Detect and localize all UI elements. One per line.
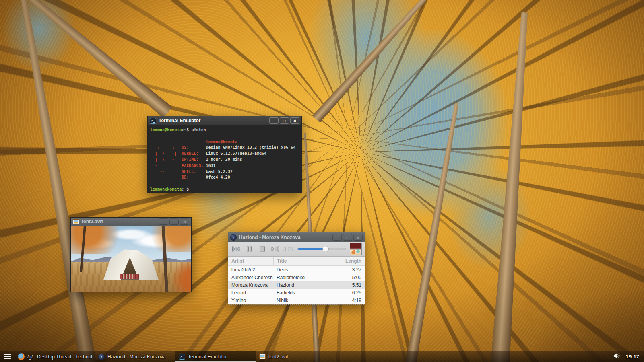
minimize-button[interactable]: –	[159, 218, 168, 225]
seek-handle[interactable]	[322, 246, 329, 252]
task-label: Terminal Emulator	[188, 354, 227, 360]
tree-trunk	[15, 0, 97, 362]
task-label: Haziond - Moroza Knozova	[107, 354, 166, 360]
tent-photo	[71, 226, 191, 292]
hamburger-icon	[4, 354, 11, 355]
taskbar: /g/ - Desktop Thread - Technol...♪Hazion…	[0, 351, 644, 362]
task-label: tent2.avif	[268, 354, 288, 360]
photo-tent-bedding	[120, 274, 140, 279]
track-length: 4:19	[343, 298, 365, 303]
track-title: Radiomoloko	[273, 275, 343, 280]
playlist: lama2b2c2Deus3:27Alexander Cheresh…Radio…	[228, 266, 365, 305]
player-controls: 3:21	[228, 242, 365, 257]
track-artist: Alexander Cheresh…	[228, 275, 273, 280]
track-title: Haziond	[273, 282, 343, 288]
close-button[interactable]: ×	[353, 234, 363, 241]
shell-prompt: lemmon@kometa:~$ ufetch	[150, 127, 299, 133]
task-list: /g/ - Desktop Thread - Technol...♪Hazion…	[14, 351, 336, 362]
tree-trunk	[404, 102, 462, 362]
task-label: /g/ - Desktop Thread - Technol...	[27, 354, 92, 360]
volume-icon[interactable]	[613, 353, 620, 360]
track-title: Farfields	[273, 290, 343, 296]
track-artist: Yimino	[228, 298, 273, 303]
task-button-haziond-moroza-knozova[interactable]: ♪Haziond - Moroza Knozova	[95, 351, 175, 362]
fetch-line: / __ \ OS: Debian GNU/Linux 13.2 (trixie…	[150, 145, 299, 151]
terminal-title: Terminal Emulator	[159, 118, 267, 123]
clock[interactable]: 19:17	[626, 354, 639, 360]
fetch-line: _____ lemmon@kometa	[150, 139, 299, 145]
track-length: 5:51	[343, 282, 365, 288]
track-artist: lama2b2c2	[228, 267, 273, 273]
track-row[interactable]: Alexander Cheresh…Radiomoloko5:00	[228, 274, 365, 281]
music-player-window: ♪ Haziond - Moroza Knozova – □ ×	[228, 232, 365, 304]
column-header-title[interactable]: Title	[273, 257, 343, 265]
close-button[interactable]: ×	[290, 117, 299, 124]
firefox-icon	[18, 353, 25, 360]
next-button[interactable]	[270, 245, 280, 253]
track-row[interactable]: LeniadFarfields6:25	[228, 289, 365, 296]
seek-fill	[298, 248, 325, 250]
player-title: Haziond - Moroza Knozova	[239, 234, 330, 240]
image-icon	[259, 354, 266, 359]
viewer-titlebar[interactable]: tent2.avif – □ ×	[71, 218, 191, 226]
track-length: 5:00	[343, 275, 365, 280]
track-length: 3:27	[343, 267, 365, 273]
viewer-title: tent2.avif	[82, 219, 157, 224]
pause-button[interactable]	[244, 245, 254, 253]
image-viewer-window: tent2.avif – □ ×	[70, 217, 192, 292]
task-button-terminal-emulator[interactable]: >_Terminal Emulator	[175, 351, 256, 362]
track-artist: Leniad	[228, 290, 273, 296]
maximize-button[interactable]: □	[169, 218, 179, 225]
task-button-tent2-avif[interactable]: tent2.avif	[256, 351, 336, 362]
applications-menu-button[interactable]	[0, 351, 14, 362]
fetch-line: --_ SHELL: bash 5.2.37	[150, 169, 299, 175]
maximize-button[interactable]: □	[343, 234, 352, 241]
audacious-icon: ♪	[98, 354, 105, 360]
terminal-window: >_ Terminal Emulator – □ × lemmon@kometa…	[147, 116, 302, 193]
track-row-selected[interactable]: Moroza KnozovaHaziond5:51	[228, 281, 365, 289]
column-header-artist[interactable]: Artist	[228, 258, 273, 264]
track-title: Deus	[273, 267, 343, 273]
maximize-button[interactable]: □	[280, 117, 289, 124]
desktop[interactable]: >_ Terminal Emulator – □ × lemmon@kometa…	[0, 0, 644, 362]
fetch-line: -_ PACKAGES: 1631	[150, 163, 299, 169]
terminal-icon: >_	[150, 118, 156, 124]
tree-trunk	[312, 0, 460, 123]
seek-slider[interactable]	[297, 245, 346, 253]
minimize-button[interactable]: –	[269, 117, 279, 124]
fetch-line: | / | KERNEL: Linux 6.12.57+deb13-amd64	[150, 151, 299, 157]
fetch-line: DE: Xfce4 4.20	[150, 175, 299, 181]
minimize-button[interactable]: –	[332, 234, 342, 241]
player-titlebar[interactable]: ♪ Haziond - Moroza Knozova – □ ×	[228, 233, 365, 242]
album-art	[350, 243, 362, 255]
track-row[interactable]: YiminoNiblik4:19	[228, 296, 365, 304]
close-button[interactable]: ×	[180, 218, 189, 225]
terminal-output[interactable]: lemmon@kometa:~$ ufetch _____ lemmon@kom…	[148, 125, 301, 195]
terminal-icon: >_	[179, 354, 185, 360]
track-length: 6:25	[343, 290, 365, 296]
previous-button[interactable]	[231, 245, 242, 253]
playlist-header: Artist Title Length	[228, 257, 365, 266]
track-row[interactable]: lama2b2c2Deus3:27	[228, 266, 365, 274]
stop-button[interactable]	[257, 245, 267, 253]
shell-prompt: lemmon@kometa:~$	[150, 187, 299, 193]
elapsed-time: 3:21	[283, 246, 293, 252]
track-title: Niblik	[273, 298, 343, 303]
system-tray: 19:17	[613, 353, 644, 360]
terminal-titlebar[interactable]: >_ Terminal Emulator – □ ×	[148, 116, 301, 125]
column-header-length[interactable]: Length	[343, 257, 365, 265]
fetch-line: | \___- UPTIME: 1 hour, 20 mins	[150, 157, 299, 163]
audacious-icon: ♪	[230, 234, 237, 241]
image-icon	[73, 219, 79, 224]
track-artist: Moroza Knozova	[228, 282, 273, 288]
task-button-g-desktop-thread-technol[interactable]: /g/ - Desktop Thread - Technol...	[14, 351, 95, 362]
tree-trunk	[490, 12, 535, 362]
